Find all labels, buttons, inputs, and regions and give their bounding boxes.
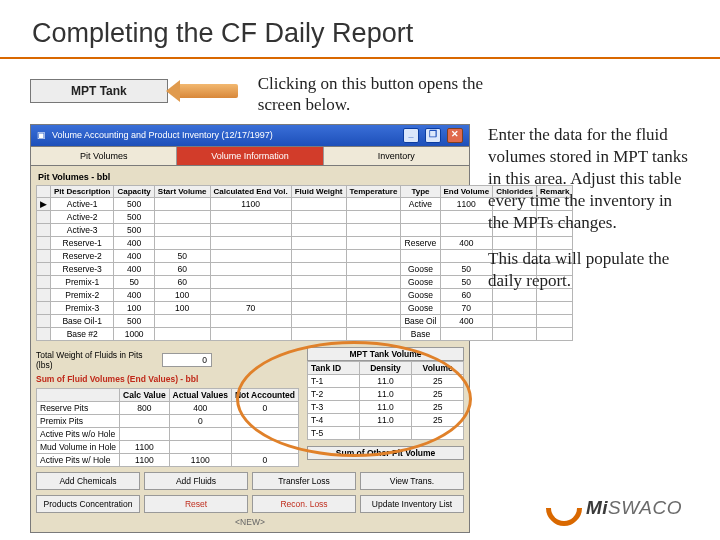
sfv-header: Sum of Fluid Volumes (End Values) - bbl (36, 374, 299, 384)
update-inventory-button[interactable]: Update Inventory List (360, 495, 464, 513)
tab-inventory[interactable]: Inventory (324, 147, 469, 165)
tab-bar: Pit Volumes Volume Information Inventory (30, 146, 470, 165)
table-row[interactable]: T-5 (308, 426, 464, 439)
col-calc-end-vol: Calculated End Vol. (210, 185, 291, 197)
slide-title: Completing the CF Daily Report (32, 18, 690, 49)
logo-swaco: SWACO (608, 497, 682, 518)
table-row[interactable]: T-111.025 (308, 374, 464, 387)
sum-other-header: Sum of Other Pit Volume (307, 446, 464, 460)
instruction-p1: Enter the data for the fluid volumes sto… (488, 124, 690, 234)
add-chemicals-button[interactable]: Add Chemicals (36, 472, 140, 490)
window-titlebar: ▣ Volume Accounting and Product Inventor… (30, 124, 470, 146)
close-button[interactable]: ✕ (447, 128, 463, 143)
inventory-window: ▣ Volume Accounting and Product Inventor… (30, 124, 470, 533)
col-temperature: Temperature (346, 185, 401, 197)
table-row: Reserve Pits8004000 (37, 401, 299, 414)
instruction-p2: This data will populate the daily report… (488, 248, 690, 292)
mpt-header: MPT Tank Volume (307, 347, 464, 361)
app-icon: ▣ (37, 130, 46, 140)
status-readonly: <NEW> (36, 517, 464, 527)
tab-pit-volumes[interactable]: Pit Volumes (31, 147, 177, 165)
table-row: Mud Volume in Hole1100 (37, 440, 299, 453)
col-capacity: Capacity (114, 185, 154, 197)
title-rule (0, 57, 720, 59)
transfer-loss-button[interactable]: Transfer Loss (252, 472, 356, 490)
col-fluid-weight: Fluid Weight (291, 185, 346, 197)
tab-volume-information[interactable]: Volume Information (177, 147, 323, 165)
reset-button[interactable]: Reset (144, 495, 248, 513)
col-end-volume: End Volume (440, 185, 493, 197)
window-title: Volume Accounting and Product Inventory … (52, 130, 397, 140)
col-start-volume: Start Volume (154, 185, 210, 197)
mpt-tank-button[interactable]: MPT Tank (30, 79, 168, 103)
sfv-table: Calc ValueActual ValuesNot Accounted Res… (36, 388, 299, 467)
view-trans-button[interactable]: View Trans. (360, 472, 464, 490)
total-weight-label: Total Weight of Fluids in Pits (lbs) (36, 350, 156, 370)
table-row[interactable]: T-411.025 (308, 413, 464, 426)
table-row: Active Pits w/ Hole110011000 (37, 453, 299, 466)
table-row: Premix Pits0 (37, 414, 299, 427)
lead-text: Clicking on this button opens the screen… (258, 73, 488, 116)
miswaco-logo: MiSWACO (546, 490, 682, 526)
col-marker (37, 185, 51, 197)
instruction-text: Enter the data for the fluid volumes sto… (488, 124, 690, 533)
logo-mi: Mi (586, 497, 608, 518)
table-row: Active Pits w/o Hole (37, 427, 299, 440)
mpt-tank-table[interactable]: Tank IDDensityVolume T-111.025 T-211.025… (307, 361, 464, 440)
col-type: Type (401, 185, 440, 197)
col-description: Pit Description (51, 185, 114, 197)
add-fluids-button[interactable]: Add Fluids (144, 472, 248, 490)
products-concentration-button[interactable]: Products Concentration (36, 495, 140, 513)
minimize-button[interactable]: _ (403, 128, 419, 143)
total-weight-value: 0 (162, 353, 212, 367)
logo-crescent-icon (538, 483, 589, 534)
section-pit-volumes: Pit Volumes - bbl (38, 172, 464, 182)
recon-loss-button[interactable]: Recon. Loss (252, 495, 356, 513)
table-row[interactable]: T-311.025 (308, 400, 464, 413)
table-row[interactable]: T-211.025 (308, 387, 464, 400)
arrow-icon (178, 84, 238, 98)
maximize-button[interactable]: ❐ (425, 128, 441, 143)
